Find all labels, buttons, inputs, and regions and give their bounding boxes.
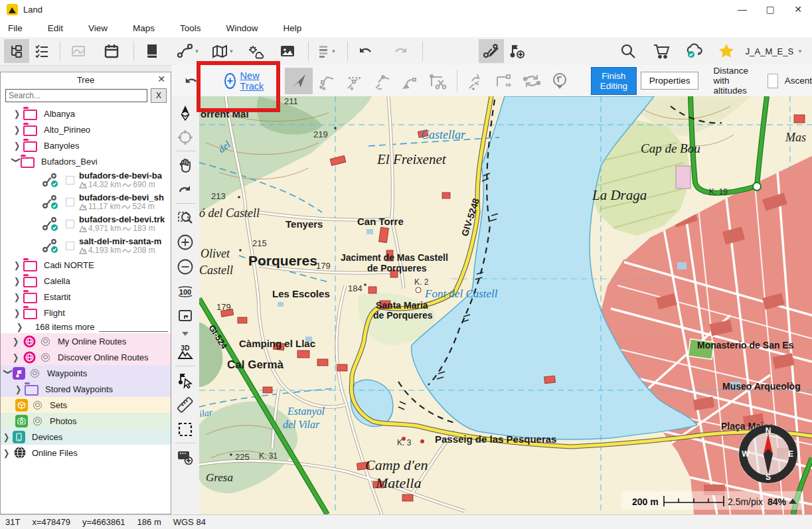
fit-to-window-tool[interactable] — [173, 303, 198, 328]
menu-help[interactable]: Help — [284, 21, 302, 36]
select-area-tool[interactable] — [173, 417, 198, 441]
insert-point-tool[interactable] — [341, 68, 368, 94]
weather-button[interactable] — [243, 39, 268, 63]
map-canvas[interactable]: Torrent Mal 211 219 del Castellar El Fre… — [199, 96, 812, 514]
tree-photos[interactable]: Photos — [1, 413, 171, 429]
image-button[interactable] — [275, 39, 300, 63]
rotate-map-tool[interactable] — [173, 177, 198, 202]
chevron-right-icon[interactable]: ❯ — [14, 275, 23, 286]
add-data-window-tool[interactable] — [173, 445, 198, 469]
map-viewport[interactable]: Torrent Mal 211 219 del Castellar El Fre… — [199, 96, 812, 514]
chevron-right-icon[interactable]: ❯ — [3, 447, 13, 458]
finish-editing-button[interactable]: Finish Editing — [591, 67, 637, 95]
tree-folder-flight[interactable]: ❯Flight — [1, 305, 171, 321]
maximize-button[interactable]: ▢ — [756, 0, 784, 19]
visibility-eye-icon[interactable] — [33, 417, 42, 425]
track-checkbox[interactable] — [66, 176, 74, 185]
menu-window[interactable]: Window — [226, 21, 258, 36]
delete-point-tool[interactable] — [368, 68, 396, 94]
cloud-sync-button[interactable] — [682, 39, 707, 63]
menu-edit[interactable]: Edit — [48, 21, 63, 36]
edit-track-tool-button[interactable] — [479, 39, 504, 63]
zoom-out-tool[interactable] — [173, 254, 198, 279]
tree-more-items[interactable]: ❯168 items more — [1, 321, 171, 333]
center-position-tool[interactable] — [173, 125, 198, 149]
visibility-eye-icon[interactable] — [33, 401, 42, 410]
track-checkbox[interactable] — [66, 198, 74, 206]
chevron-right-icon[interactable]: ❯ — [14, 291, 23, 302]
chevron-right-icon[interactable]: ❯ — [14, 124, 23, 135]
measure-tool[interactable] — [173, 392, 198, 417]
zoom-in-tool[interactable] — [173, 230, 198, 254]
tree-my-online-routes[interactable]: ❯ My Online Routes — [1, 333, 171, 349]
move-point-tool[interactable] — [396, 68, 424, 94]
chevron-right-icon[interactable]: ❯ — [15, 384, 25, 394]
book-button[interactable] — [139, 39, 165, 63]
tree-folder-albanya[interactable]: ❯Albanya — [1, 106, 171, 121]
zoom-options-dropdown[interactable] — [173, 328, 198, 340]
tree-waypoints[interactable]: ❯ Waypoints — [1, 365, 171, 381]
chevron-right-icon[interactable]: ❯ — [14, 260, 23, 270]
compass-rose[interactable]: N E S W — [738, 424, 798, 484]
tree-close-icon[interactable]: ✕ — [157, 74, 165, 84]
chevron-down-icon[interactable]: ❯ — [3, 368, 13, 378]
cut-track-tool[interactable] — [424, 68, 452, 94]
graph-button[interactable] — [66, 39, 91, 63]
tree-folder-cadi-norte[interactable]: ❯Cadi NORTE — [1, 257, 171, 273]
pan-select-tool[interactable] — [285, 68, 313, 94]
visibility-eye-icon[interactable] — [41, 353, 50, 362]
minimize-button[interactable]: — — [728, 0, 756, 19]
tracks-dropdown-arrow[interactable]: ▼ — [195, 48, 200, 54]
visibility-eye-icon[interactable] — [41, 337, 50, 346]
tree-track-item[interactable]: bufadors-de-bevi_sh 11,17 km 524 m — [1, 191, 171, 213]
distance-altitudes-checkbox[interactable] — [768, 74, 778, 88]
tree-stored-waypoints[interactable]: ❯ Stored Waypoints — [1, 381, 171, 397]
tree-discover-online-routes[interactable]: ❯ Discover Online Routes — [1, 349, 171, 365]
search-input[interactable] — [5, 89, 147, 102]
select-waypoint-tool[interactable] — [173, 368, 198, 392]
tree-track-item[interactable]: salt-del-mir-santa-m 4,193 km 208 m — [1, 235, 171, 257]
chevron-right-icon[interactable]: ❯ — [14, 108, 23, 119]
tree-folder-calella[interactable]: ❯Calella — [1, 273, 171, 289]
tree-track-item[interactable]: bufadors-de-bevi-ba 14,32 km 690 m — [1, 169, 171, 191]
layers-dropdown-arrow[interactable]: ▼ — [331, 48, 337, 54]
tree-folder-alto-pirineo[interactable]: ❯Alto_Pirineo — [1, 121, 171, 137]
tree-sets[interactable]: Sets — [1, 397, 171, 413]
undo-button[interactable] — [353, 39, 378, 63]
menu-maps[interactable]: Maps — [133, 21, 155, 36]
tree-folder-banyoles[interactable]: ❯Banyoles — [1, 137, 171, 153]
add-waypoint-tool-button[interactable] — [504, 39, 529, 63]
user-account-menu[interactable]: J_A_M_E_S ▼ — [746, 46, 803, 56]
visibility-eye-icon[interactable] — [31, 369, 39, 378]
reverse-track-tool[interactable] — [518, 68, 546, 94]
tree-view-button[interactable] — [4, 39, 29, 63]
track-checkbox[interactable] — [66, 242, 74, 250]
zoom-100-tool[interactable]: 100 — [173, 279, 198, 303]
search-button[interactable] — [615, 39, 641, 63]
calendar-button[interactable] — [99, 39, 124, 63]
add-points-tool[interactable] — [313, 68, 341, 94]
chevron-right-icon[interactable]: ❯ — [14, 307, 23, 318]
track-checkbox[interactable] — [66, 220, 74, 228]
properties-button[interactable]: Properties — [641, 72, 699, 90]
store-button[interactable] — [649, 39, 674, 63]
close-button[interactable]: ✕ — [784, 0, 812, 19]
chevron-down-icon[interactable]: ❯ — [11, 157, 21, 166]
search-clear-button[interactable]: X — [151, 88, 167, 103]
tracks-button[interactable]: ▼ — [175, 39, 201, 63]
tree-folder-bufadors-bevi[interactable]: ❯Bufadors_Bevi — [1, 153, 171, 169]
chevron-right-icon[interactable]: ❯ — [14, 140, 23, 151]
chevron-right-icon[interactable]: ❯ — [13, 352, 22, 362]
tree-online-files[interactable]: ❯ Online Files — [1, 445, 171, 461]
favorites-button[interactable] — [714, 39, 739, 63]
split-track-tool[interactable] — [462, 68, 490, 94]
maps-dropdown-arrow[interactable]: ▼ — [229, 48, 234, 54]
chevron-right-icon[interactable]: ❯ — [3, 431, 13, 442]
menu-tools[interactable]: Tools — [180, 21, 201, 36]
pan-tool[interactable] — [173, 153, 198, 177]
tree-track-item[interactable]: bufadors-del-bevi.trk 4,971 km 183 m — [1, 213, 171, 235]
set-direction-tool[interactable] — [546, 68, 574, 94]
chevron-right-icon[interactable]: ❯ — [13, 336, 22, 346]
tree-folder-estartit[interactable]: ❯Estartit — [1, 289, 171, 305]
north-orientation-tool[interactable] — [173, 100, 198, 125]
